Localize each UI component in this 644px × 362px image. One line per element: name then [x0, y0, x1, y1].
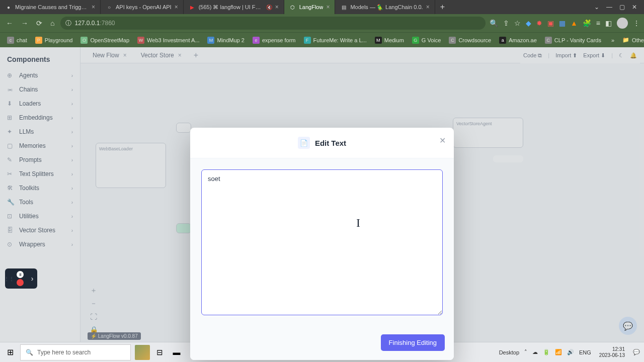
wifi-icon[interactable]: 📶	[555, 349, 562, 355]
browser-tab-4[interactable]: ▤ Models — 🦜 LangChain 0.0. ×	[335, 0, 435, 14]
close-icon[interactable]: ✕	[439, 136, 446, 145]
modal-footer: Finishing Editing	[190, 328, 454, 360]
bookmark-icon: P	[35, 37, 42, 44]
bookmark-icon: a	[499, 37, 506, 44]
bookmark-icon: O	[80, 37, 88, 44]
clock-time: 12:31	[612, 346, 625, 352]
search-placeholder: Type here to search	[37, 349, 91, 356]
bookmarks-bar: cchat PPlayground OOpenStreetMap WWeb3 I…	[0, 32, 644, 47]
favicon-icon: ⬡	[289, 4, 296, 11]
browser-tab-0[interactable]: ● Migraine Causes and Triggers ×	[0, 0, 101, 14]
ext-icon[interactable]: ▦	[559, 19, 566, 27]
bookmark-label: chat	[17, 37, 27, 43]
notifications-icon[interactable]: 💬	[633, 349, 640, 355]
desktop-link[interactable]: Desktop	[499, 349, 519, 355]
mute-icon[interactable]: 🔇	[266, 5, 272, 10]
tray-icon[interactable]: 🔋	[543, 349, 550, 355]
taskbar-search[interactable]: 🔍 Type here to search	[20, 344, 131, 360]
bookmark-icon: W	[137, 37, 144, 44]
bookmark-item[interactable]: GG Voice	[409, 35, 444, 45]
browser-titlebar: ● Migraine Causes and Triggers × ○ API k…	[0, 0, 644, 14]
bookmark-item[interactable]: CCLP - Vanity Cards	[542, 35, 604, 45]
favicon-icon: ●	[5, 4, 12, 11]
modal-body: soet I	[190, 158, 454, 328]
ext-icon[interactable]: ▲	[571, 19, 578, 27]
chevron-right-icon: »	[611, 37, 614, 43]
bookmark-icon: e	[253, 37, 260, 44]
bookmark-item[interactable]: eexpense form	[250, 35, 299, 45]
extensions-icon[interactable]: 🧩	[583, 19, 591, 27]
bookmark-label: G Voice	[422, 37, 441, 43]
minimize-icon[interactable]: ―	[606, 4, 612, 11]
close-icon[interactable]: ×	[426, 4, 430, 11]
edit-text-textarea[interactable]: soet	[201, 169, 443, 315]
menu-icon[interactable]: ⋮	[633, 19, 640, 27]
tray-chevron-icon[interactable]: ˄	[524, 349, 527, 355]
bookmark-item[interactable]: MMindMup 2	[204, 35, 247, 45]
tab-label: API keys - OpenAI API	[116, 4, 172, 10]
clock-date: 2023-06-13	[599, 352, 625, 358]
browser-tab-1[interactable]: ○ API keys - OpenAI API ×	[101, 0, 184, 14]
browser-navbar: ← → ⟳ ⌂ ⓘ 127.0.0.1:7860 🔍 ⇪ ☆ ◆ ✸ ▣ ▦ ▲…	[0, 14, 644, 32]
bookmark-item[interactable]: CCrowdsource	[446, 35, 494, 45]
folder-icon: 📁	[622, 37, 629, 43]
close-icon[interactable]: ×	[326, 4, 330, 11]
forward-button[interactable]: →	[19, 17, 30, 29]
reload-button[interactable]: ⟳	[34, 17, 44, 29]
bookmark-star-icon[interactable]: ☆	[514, 19, 521, 27]
browser-tab-2[interactable]: ▶ (565) ⌘ langflow | UI For ... 🔇 ×	[184, 0, 284, 14]
tray-icon[interactable]: ☁	[532, 349, 538, 355]
close-icon[interactable]: ✕	[632, 4, 637, 11]
browser-tab-3[interactable]: ⬡ LangFlow ×	[284, 0, 336, 14]
avatar[interactable]	[617, 18, 628, 29]
bookmark-item[interactable]: MMedium	[372, 35, 407, 45]
bookmarks-overflow[interactable]: »	[608, 36, 617, 45]
bookmark-item[interactable]: aAmazon.ae	[496, 35, 540, 45]
bookmark-item[interactable]: cchat	[4, 35, 30, 45]
tab-label: Migraine Causes and Triggers	[15, 4, 89, 10]
home-button[interactable]: ⌂	[48, 17, 56, 29]
new-tab-button[interactable]: +	[435, 0, 450, 14]
modal-header: 📄 Edit Text ✕	[190, 128, 454, 158]
bookmark-item[interactable]: OOpenStreetMap	[77, 35, 132, 45]
bookmark-label: Web3 Investment A...	[147, 37, 199, 43]
close-icon[interactable]: ×	[92, 4, 95, 11]
url-bar[interactable]: ⓘ 127.0.0.1:7860	[60, 17, 486, 30]
document-icon: 📄	[298, 137, 310, 149]
other-bookmarks[interactable]: 📁Other bookmarks	[619, 35, 644, 45]
site-info-icon[interactable]: ⓘ	[65, 19, 71, 28]
start-button[interactable]: ⊞	[0, 342, 20, 363]
app-container: Components ⊕Agents› ⫘Chains› ⬇Loaders› ⊞…	[0, 47, 644, 342]
language-indicator[interactable]: ENG	[579, 349, 591, 355]
nav-right: 🔍 ⇪ ☆ ◆ ✸ ▣ ▦ ▲ 🧩 ≡ ◧ ⋮	[490, 18, 640, 29]
search-icon[interactable]: 🔍	[490, 19, 498, 27]
chevron-down-icon[interactable]: ⌄	[594, 4, 599, 11]
ext-icon[interactable]: ✸	[536, 19, 542, 27]
close-icon[interactable]: ×	[175, 4, 178, 11]
bookmark-item[interactable]: PPlayground	[32, 35, 76, 45]
volume-icon[interactable]: 🔊	[567, 349, 574, 355]
maximize-icon[interactable]: ▢	[619, 4, 625, 11]
tab-label: LangFlow	[299, 4, 324, 10]
app-icon[interactable]	[135, 345, 150, 360]
reading-list-icon[interactable]: ≡	[596, 19, 600, 27]
ext-icon[interactable]: ▣	[547, 19, 554, 27]
bookmark-label: Crowdsource	[458, 37, 491, 43]
search-icon: 🔍	[26, 349, 33, 356]
sidepanel-icon[interactable]: ◧	[605, 19, 612, 27]
finishing-editing-button[interactable]: Finishing Editing	[381, 334, 445, 351]
back-button[interactable]: ←	[4, 17, 15, 29]
bookmark-label: Other bookmarks	[632, 37, 644, 43]
bookmark-label: expense form	[262, 37, 296, 43]
share-icon[interactable]: ⇪	[503, 19, 509, 27]
close-icon[interactable]: ×	[275, 4, 279, 11]
bookmark-icon: M	[375, 37, 382, 44]
bookmark-item[interactable]: WWeb3 Investment A...	[134, 35, 202, 45]
bookmark-icon: C	[449, 37, 456, 44]
taskbar-clock[interactable]: 12:31 2023-06-13	[596, 346, 628, 358]
ext-icon[interactable]: ◆	[526, 19, 531, 27]
bookmark-icon: C	[545, 37, 552, 44]
bookmark-item[interactable]: FFutureMe: Write a L...	[301, 35, 370, 45]
task-view-icon[interactable]: ⊟	[152, 345, 167, 360]
app-icon[interactable]: ▬	[169, 345, 184, 360]
